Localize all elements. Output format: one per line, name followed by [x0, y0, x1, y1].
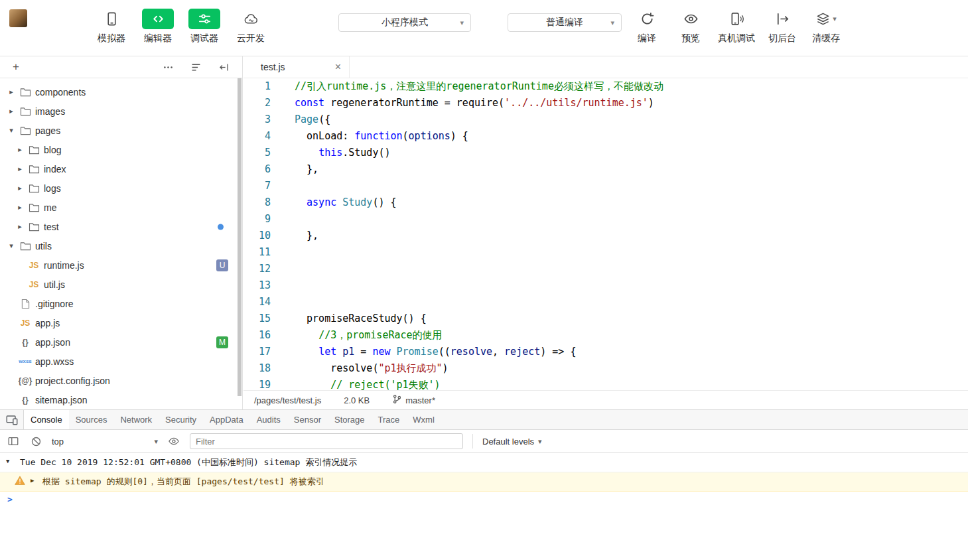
code-line[interactable]: 6 }, [243, 161, 968, 178]
collapse-all-icon[interactable] [217, 60, 230, 74]
code-line[interactable]: 4 onLoad: function(options) { [243, 128, 968, 145]
console-output: ▼Tue Dec 10 2019 12:52:01 GMT+0800 (中国标准… [0, 453, 968, 508]
chevron-down-icon: ▾ [154, 437, 158, 446]
expand-closed-icon[interactable]: ▶ [31, 477, 34, 484]
search-icon[interactable] [38, 60, 52, 74]
chevron-right-icon[interactable]: ▸ [5, 88, 17, 96]
mode-select[interactable]: 小程序模式 ▾ [338, 13, 471, 32]
code-line[interactable]: 10 }, [243, 228, 968, 244]
clear-console-icon[interactable] [29, 435, 42, 448]
inspect-device-icon[interactable] [0, 410, 24, 429]
devtools-tab-security[interactable]: Security [159, 410, 203, 429]
code-line[interactable]: 13 [243, 277, 968, 294]
code-line[interactable]: 2const regeneratorRuntime = require('../… [243, 95, 968, 111]
devtools-tab-wxml[interactable]: Wxml [406, 410, 441, 429]
code-line[interactable]: 8 async Study() { [243, 194, 968, 211]
code-line[interactable]: 7 [243, 178, 968, 194]
tree-item-utils[interactable]: ▾utils [0, 236, 237, 255]
tree-item-util.js[interactable]: JSutil.js [0, 275, 237, 294]
toolbar-button-simulator[interactable]: 模拟器 [95, 9, 128, 44]
tree-item-me[interactable]: ▸me [0, 198, 237, 217]
code-lines[interactable]: 1//引入runtime.js，注意这里的regeneratorRuntime必… [243, 78, 968, 390]
chevron-right-icon[interactable]: ▸ [14, 184, 26, 192]
expand-open-icon[interactable]: ▼ [6, 458, 9, 464]
chevron-right-icon[interactable]: ▸ [14, 203, 26, 212]
folder-icon [26, 202, 42, 214]
code-line[interactable]: 15 promiseRaceStudy() { [243, 311, 968, 327]
toolbar-button-remote-debug[interactable]: 真机调试 [718, 9, 755, 44]
code-line[interactable]: 5 this.Study() [243, 145, 968, 161]
user-avatar[interactable] [9, 9, 27, 27]
console-sidebar-icon[interactable] [7, 435, 20, 448]
eye-icon[interactable] [167, 435, 180, 448]
chevron-right-icon[interactable]: ▸ [14, 165, 26, 173]
tree-item-.gitignore[interactable]: .gitignore [0, 294, 237, 313]
tree-item-sitemap.json[interactable]: {}sitemap.json [0, 390, 237, 409]
code-line[interactable]: 16 //3，promiseRace的使用 [243, 327, 968, 344]
toolbar-button-label: 调试器 [190, 33, 218, 44]
code-line[interactable]: 18 resolve("p1执行成功") [243, 360, 968, 377]
prompt-chevron-icon: > [7, 494, 13, 504]
code-line[interactable]: 1//引入runtime.js，注意这里的regeneratorRuntime必… [243, 78, 968, 95]
console-warning-message[interactable]: ▶根据 sitemap 的规则[0]，当前页面 [pages/test/test… [0, 472, 968, 492]
tree-item-blog[interactable]: ▸blog [0, 140, 237, 159]
tree-item-app.json[interactable]: {}app.jsonM [0, 332, 237, 352]
list-icon[interactable] [189, 60, 202, 74]
devtools-tab-storage[interactable]: Storage [328, 410, 372, 429]
code-text: promiseRaceStudy() { [279, 311, 427, 327]
more-icon[interactable] [161, 60, 174, 74]
file-tree: ▸components▸images▾pages▸blog▸index▸logs… [0, 78, 237, 409]
toolbar-button-preview[interactable]: 预览 [674, 9, 707, 44]
chevron-right-icon[interactable]: ▸ [14, 145, 26, 154]
tree-item-logs[interactable]: ▸logs [0, 178, 237, 198]
code-line[interactable]: 17 let p1 = new Promise((resolve, reject… [243, 344, 968, 360]
toolbar-button-cloud-dev[interactable]: 云开发 [234, 9, 267, 44]
scrollbar-thumb[interactable] [238, 78, 242, 396]
mode-select-value: 小程序模式 [381, 17, 428, 29]
tree-item-components[interactable]: ▸components [0, 82, 237, 102]
frame-context-select[interactable]: top ▾ [52, 437, 158, 447]
devtools-tab-trace[interactable]: Trace [372, 410, 407, 429]
log-levels-select[interactable]: Default levels ▾ [472, 434, 542, 449]
code-line[interactable]: 14 [243, 294, 968, 311]
action-toolbar-buttons: 编译预览真机调试切后台▾清缓存 [630, 9, 843, 44]
tree-item-label: util.js [44, 279, 65, 290]
tree-item-app.js[interactable]: JSapp.js [0, 313, 237, 332]
chevron-down-icon[interactable]: ▾ [5, 126, 17, 135]
devtools-tab-appdata[interactable]: AppData [203, 410, 250, 429]
code-line[interactable]: 11 [243, 244, 968, 261]
console-prompt[interactable]: > [0, 492, 968, 508]
tree-item-index[interactable]: ▸index [0, 159, 237, 178]
console-group-message[interactable]: ▼Tue Dec 10 2019 12:52:01 GMT+0800 (中国标准… [0, 453, 968, 472]
tree-item-project.config.json[interactable]: {@}project.config.json [0, 371, 237, 390]
code-line[interactable]: 12 [243, 261, 968, 277]
statusbar-git[interactable]: master* [392, 394, 435, 406]
code-line[interactable]: 3Page({ [243, 111, 968, 128]
code-line[interactable]: 9 [243, 211, 968, 228]
chevron-right-icon[interactable]: ▸ [14, 222, 26, 231]
code-line[interactable]: 19 // reject('p1失败') [243, 377, 968, 390]
toolbar-button-switch-background[interactable]: 切后台 [766, 9, 799, 44]
devtools-tab-sources[interactable]: Sources [69, 410, 114, 429]
toolbar-button-debugger[interactable]: 调试器 [188, 9, 221, 44]
toolbar-button-editor[interactable]: 编辑器 [141, 9, 174, 44]
devtools-tab-console[interactable]: Console [24, 410, 69, 429]
toolbar-button-compile[interactable]: 编译 [630, 9, 663, 44]
chevron-down-icon[interactable]: ▾ [5, 242, 17, 250]
devtools-tab-network[interactable]: Network [113, 410, 159, 429]
plus-icon[interactable]: + [9, 60, 23, 74]
tree-item-pages[interactable]: ▾pages [0, 121, 237, 140]
devtools-tab-sensor[interactable]: Sensor [287, 410, 328, 429]
devtools-tab-audits[interactable]: Audits [250, 410, 287, 429]
compile-mode-select[interactable]: 普通编译 ▾ [508, 13, 622, 32]
tree-item-test[interactable]: ▸test [0, 217, 237, 236]
editor-tab-testjs[interactable]: test.js × [243, 56, 350, 78]
tree-item-app.wxss[interactable]: wxssapp.wxss [0, 352, 237, 371]
chevron-right-icon[interactable]: ▸ [5, 107, 17, 115]
console-filter-input[interactable] [190, 433, 463, 449]
toolbar-button-clear-cache[interactable]: ▾清缓存 [809, 9, 843, 44]
tree-item-images[interactable]: ▸images [0, 102, 237, 121]
line-number: 13 [243, 277, 279, 294]
tree-item-runtime.js[interactable]: JSruntime.jsU [0, 255, 237, 275]
close-icon[interactable]: × [335, 62, 341, 72]
